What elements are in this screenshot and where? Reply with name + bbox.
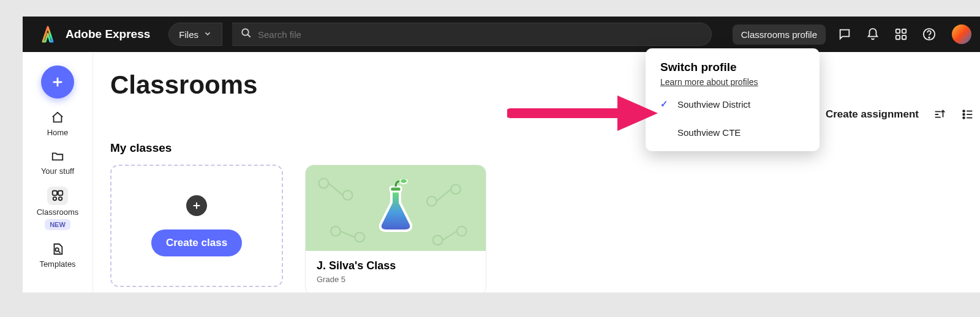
- svg-rect-2: [902, 29, 906, 33]
- class-card-subtitle: Grade 5: [317, 275, 475, 284]
- svg-point-16: [343, 190, 353, 200]
- sidebar-item-label: Your stuff: [41, 166, 74, 176]
- svg-point-18: [427, 196, 437, 206]
- profile-option-southview-district[interactable]: ✓ Southview District: [646, 92, 820, 116]
- molecule-pattern-icon: [306, 165, 486, 249]
- search-input[interactable]: [258, 29, 703, 40]
- create-assignment-button[interactable]: Create assignment: [826, 108, 919, 121]
- create-new-fab[interactable]: [41, 65, 74, 99]
- svg-point-17: [451, 184, 461, 194]
- help-icon[interactable]: [920, 25, 938, 43]
- sidebar-item-label: Classrooms: [37, 207, 79, 217]
- templates-icon: [50, 241, 66, 257]
- svg-point-13: [963, 114, 965, 116]
- create-class-button[interactable]: Create class: [151, 229, 242, 256]
- class-card-body: J. Silva's Class Grade 5: [306, 251, 486, 293]
- chevron-down-icon: [203, 29, 212, 40]
- profile-option-southview-cte[interactable]: ✓ Southview CTE: [646, 121, 820, 144]
- svg-point-21: [457, 226, 467, 236]
- svg-point-9: [53, 197, 57, 201]
- page-title: Classrooms: [110, 70, 965, 100]
- sidebar-item-home[interactable]: Home: [47, 110, 69, 137]
- svg-point-0: [242, 29, 249, 35]
- svg-point-20: [355, 233, 364, 242]
- content-actions: Create assignment: [826, 107, 980, 122]
- profile-option-label: Southview District: [677, 99, 750, 110]
- search-icon: [241, 28, 252, 41]
- class-cards: Create class: [110, 165, 965, 293]
- learn-more-link[interactable]: Learn more about profiles: [646, 77, 773, 87]
- bell-icon[interactable]: [864, 25, 882, 43]
- class-card-hero: [306, 165, 486, 251]
- svg-point-19: [331, 226, 341, 236]
- sidebar-item-label: Templates: [39, 259, 75, 269]
- avatar[interactable]: [952, 24, 971, 44]
- list-view-icon[interactable]: [960, 107, 975, 122]
- folder-icon: [50, 148, 66, 164]
- svg-rect-8: [58, 191, 62, 195]
- profile-option-label: Southview CTE: [677, 127, 741, 138]
- create-class-card[interactable]: Create class: [110, 165, 283, 287]
- home-icon: [50, 110, 66, 125]
- sidebar-item-templates[interactable]: Templates: [39, 241, 75, 269]
- files-dropdown-label: Files: [179, 29, 198, 40]
- content-area: Classrooms Create assignment My classes …: [93, 52, 980, 293]
- svg-rect-3: [896, 35, 900, 39]
- sidebar-item-classrooms[interactable]: Classrooms NEW: [37, 187, 79, 230]
- class-card-title: J. Silva's Class: [317, 259, 475, 272]
- search-field-wrap[interactable]: [232, 23, 712, 46]
- dropdown-heading: Switch profile: [646, 61, 820, 76]
- svg-point-11: [55, 248, 59, 252]
- sidebar: Home Your stuff Classrooms NEW Templates: [23, 52, 93, 293]
- section-title: My classes: [110, 141, 965, 155]
- svg-point-14: [963, 117, 965, 119]
- files-dropdown[interactable]: Files: [168, 23, 222, 46]
- apps-grid-icon[interactable]: [892, 25, 910, 43]
- create-class-plus-icon[interactable]: [186, 195, 207, 216]
- workspace: Home Your stuff Classrooms NEW Templates…: [23, 52, 980, 293]
- sort-icon[interactable]: [932, 107, 947, 122]
- class-card[interactable]: J. Silva's Class Grade 5: [305, 165, 486, 293]
- svg-point-12: [963, 110, 965, 112]
- brand-block: Adobe Express: [31, 24, 150, 45]
- switch-profile-dropdown: Switch profile Learn more about profiles…: [646, 48, 820, 151]
- chat-icon[interactable]: [835, 25, 854, 43]
- sidebar-item-label: Home: [47, 128, 69, 137]
- sidebar-item-your-stuff[interactable]: Your stuff: [41, 148, 74, 176]
- svg-point-10: [59, 197, 62, 201]
- svg-rect-4: [902, 35, 906, 39]
- topbar: Adobe Express Files Classrooms profile: [23, 17, 980, 52]
- svg-point-6: [929, 37, 929, 38]
- svg-rect-1: [896, 29, 900, 33]
- new-badge: NEW: [45, 219, 70, 230]
- adobe-express-logo-icon: [37, 24, 58, 45]
- classrooms-profile-button[interactable]: Classrooms profile: [733, 24, 826, 45]
- check-icon: ✓: [660, 99, 671, 110]
- svg-rect-7: [53, 191, 57, 195]
- classrooms-icon: [47, 187, 68, 205]
- svg-point-22: [433, 236, 443, 245]
- brand-name: Adobe Express: [66, 28, 150, 41]
- svg-point-15: [319, 179, 329, 188]
